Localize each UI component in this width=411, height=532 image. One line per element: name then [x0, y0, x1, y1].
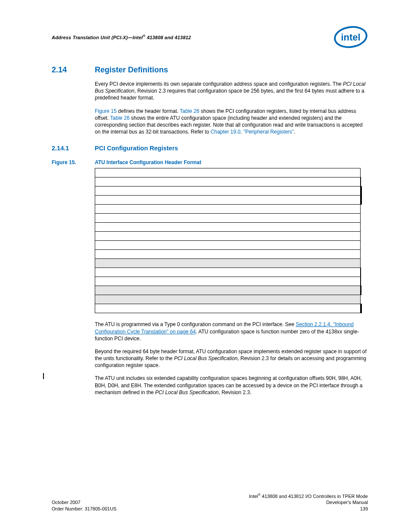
- table-cell: [95, 196, 361, 205]
- intel-logo-icon: intel: [333, 26, 368, 48]
- header-text-a: Address Translation Unit (PCI-X)—Intel: [52, 35, 143, 40]
- para-4: Beyond the required 64 byte header forma…: [95, 348, 368, 369]
- table-cell: [95, 268, 361, 277]
- table-cell: [95, 250, 361, 259]
- footer-doc-type: Developer's Manual: [249, 499, 368, 506]
- table-row: [95, 177, 362, 187]
- table-row: [95, 196, 362, 205]
- footer-order-number: Order Number: 317805-001US: [52, 506, 116, 512]
- link-table-26-a[interactable]: Table 26: [180, 108, 199, 114]
- table-cell: [95, 187, 361, 196]
- para-1: Every PCI device implements its own sepa…: [95, 81, 368, 102]
- table-row: [95, 214, 362, 223]
- footer-page-number: 139: [249, 506, 368, 512]
- figure-caption: Figure 15. ATU Interface Configuration H…: [52, 159, 368, 165]
- table-cell: [361, 286, 361, 295]
- table-cell: [95, 304, 361, 313]
- table-cell: [95, 241, 361, 250]
- link-chapter-19[interactable]: Chapter 19.0, "Peripheral Registers": [211, 129, 294, 135]
- subsection-title: PCI Configuration Registers: [95, 145, 178, 152]
- table-row: [95, 259, 362, 268]
- config-header-table: [95, 168, 362, 313]
- footer-right: Intel® 413808 and 413812 I/O Controllers…: [249, 493, 368, 512]
- table-row: [95, 304, 362, 313]
- table-row: [95, 250, 362, 259]
- para-3: The ATU is programmed via a Type 0 confi…: [95, 321, 368, 342]
- table-row: [95, 232, 362, 241]
- table-row: [95, 168, 362, 177]
- table-cell: [361, 304, 362, 313]
- para-2: Figure 15 defines the header format. Tab…: [95, 108, 368, 136]
- section-number: 2.14: [52, 65, 82, 75]
- table-row: [95, 241, 362, 250]
- table-cell: [361, 196, 362, 205]
- table-row: [95, 187, 362, 196]
- table-cell: [361, 187, 362, 196]
- para-5: The ATU unit includes six extended capab…: [95, 375, 368, 396]
- header-title: Address Translation Unit (PCI-X)—Intel® …: [52, 34, 191, 40]
- page-footer: October 2007 Order Number: 317805-001US …: [52, 493, 368, 512]
- section-title: Register Definitions: [95, 65, 168, 75]
- table-row: [95, 268, 362, 277]
- table-cell: [95, 277, 361, 286]
- footer-product: Intel® 413808 and 413812 I/O Controllers…: [249, 493, 368, 500]
- link-figure-15[interactable]: Figure 15: [95, 108, 117, 114]
- svg-text:intel: intel: [341, 32, 360, 43]
- table-cell: [361, 177, 361, 187]
- table-cell: [361, 277, 361, 286]
- table-row: [95, 277, 362, 286]
- header-text-b: 413808 and 413812: [146, 35, 191, 40]
- page-header: Address Translation Unit (PCI-X)—Intel® …: [52, 26, 368, 48]
- table-row: [95, 295, 362, 304]
- table-cell: [95, 295, 361, 304]
- figure-label: Figure 15.: [52, 159, 85, 165]
- figure-title: ATU Interface Configuration Header Forma…: [95, 159, 201, 165]
- section-heading: 2.14 Register Definitions: [52, 65, 368, 75]
- table-cell: [95, 214, 361, 223]
- table-cell: [95, 223, 361, 232]
- subsection-number: 2.14.1: [52, 145, 82, 152]
- table-cell: [361, 268, 361, 277]
- table-cell: [95, 232, 361, 241]
- footer-date: October 2007: [52, 499, 116, 506]
- change-bar-icon: [43, 373, 44, 379]
- table-cell: [95, 177, 361, 187]
- table-row: [95, 223, 362, 232]
- table-cell: [95, 286, 361, 295]
- table-row: [95, 286, 362, 295]
- subsection-heading: 2.14.1 PCI Configuration Registers: [52, 145, 368, 152]
- table-row: [95, 205, 362, 214]
- link-table-26-b[interactable]: Table 26: [110, 115, 130, 121]
- table-cell: [95, 205, 361, 214]
- footer-left: October 2007 Order Number: 317805-001US: [52, 499, 116, 512]
- table-cell: [95, 168, 361, 177]
- table-cell: [95, 259, 361, 268]
